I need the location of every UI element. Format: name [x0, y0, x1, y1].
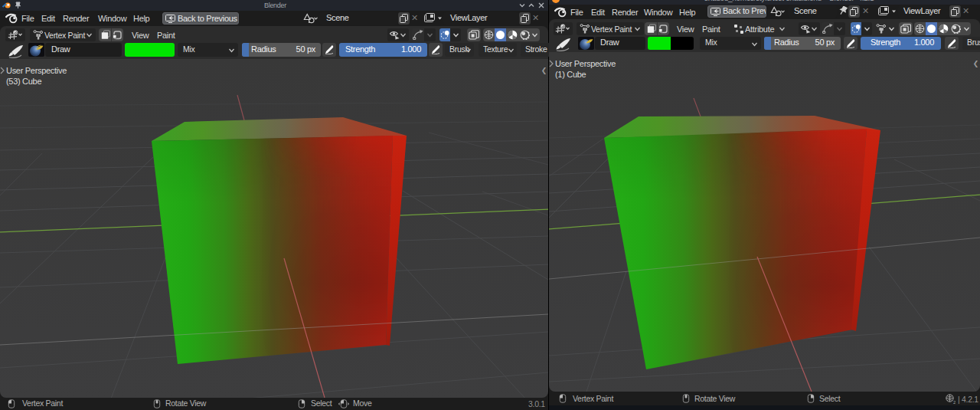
svg-text:2: 2 [953, 400, 956, 404]
